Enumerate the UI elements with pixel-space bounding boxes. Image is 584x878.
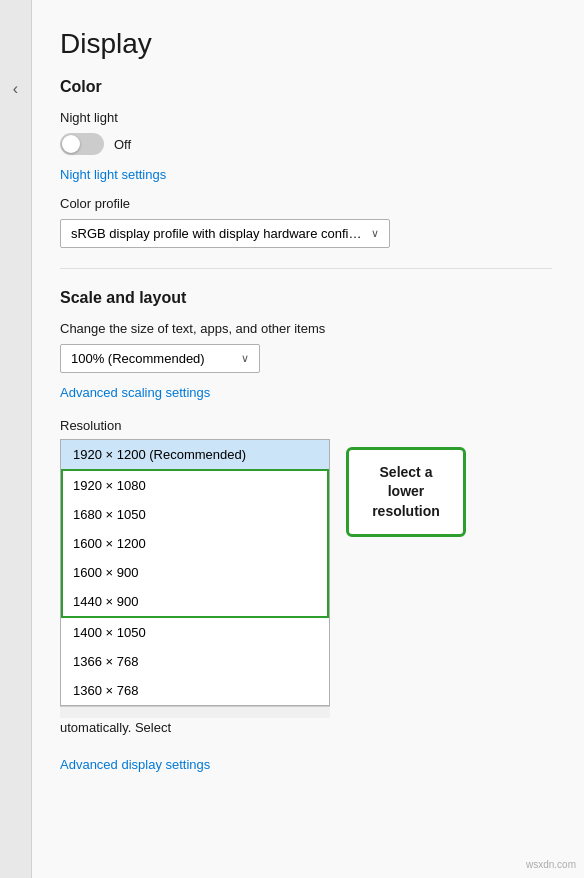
resolution-item-1366x768[interactable]: 1366 × 768 <box>61 647 329 676</box>
resolution-list-wrapper: 1920 × 1200 (Recommended) 1920 × 1080 16… <box>60 439 330 718</box>
resolution-section: Resolution 1920 × 1200 (Recommended) 192… <box>60 418 552 735</box>
bottom-text: utomatically. Select <box>60 720 410 735</box>
resolution-label: Resolution <box>60 418 552 433</box>
watermark: wsxdn.com <box>526 859 576 870</box>
scale-change-label: Change the size of text, apps, and other… <box>60 321 552 336</box>
resolution-item-1920x1080[interactable]: 1920 × 1080 <box>63 471 327 500</box>
toggle-knob <box>62 135 80 153</box>
scale-dropdown[interactable]: 100% (Recommended) ∨ <box>60 344 260 373</box>
resolution-item-1360x768[interactable]: 1360 × 768 <box>61 676 329 705</box>
resolution-item-1600x900[interactable]: 1600 × 900 <box>63 558 327 587</box>
night-light-settings-link[interactable]: Night light settings <box>60 167 166 182</box>
night-light-toggle[interactable] <box>60 133 104 155</box>
color-profile-dropdown[interactable]: sRGB display profile with display hardwa… <box>60 219 390 248</box>
sidebar: ‹ <box>0 0 32 878</box>
scale-value: 100% (Recommended) <box>71 351 233 366</box>
section-divider <box>60 268 552 269</box>
resolution-item-1600x1200[interactable]: 1600 × 1200 <box>63 529 327 558</box>
scale-arrow: ∨ <box>241 352 249 365</box>
resolution-list: 1920 × 1200 (Recommended) 1920 × 1080 16… <box>60 439 330 706</box>
color-profile-arrow: ∨ <box>371 227 379 240</box>
main-content: Display Color Night light Off Night ligh… <box>32 0 584 878</box>
sidebar-back-arrow[interactable]: ‹ <box>13 80 18 98</box>
resolution-callout: Select a lower resolution <box>346 447 466 537</box>
advanced-display-link[interactable]: Advanced display settings <box>60 757 210 772</box>
resolution-scrollbar[interactable] <box>60 706 330 718</box>
callout-text: Select a lower resolution <box>361 463 451 522</box>
color-profile-value: sRGB display profile with display hardwa… <box>71 226 363 241</box>
advanced-scaling-link[interactable]: Advanced scaling settings <box>60 385 210 400</box>
scale-section-title: Scale and layout <box>60 289 552 307</box>
night-light-state: Off <box>114 137 131 152</box>
color-section-title: Color <box>60 78 552 96</box>
resolution-highlight-group: 1920 × 1080 1680 × 1050 1600 × 1200 1600… <box>61 469 329 618</box>
color-profile-label: Color profile <box>60 196 552 211</box>
page-title: Display <box>60 28 552 60</box>
resolution-item-1400x1050[interactable]: 1400 × 1050 <box>61 618 329 647</box>
resolution-item-1680x1050[interactable]: 1680 × 1050 <box>63 500 327 529</box>
resolution-dropdown-container: 1920 × 1200 (Recommended) 1920 × 1080 16… <box>60 439 552 718</box>
night-light-label: Night light <box>60 110 552 125</box>
resolution-item-recommended[interactable]: 1920 × 1200 (Recommended) <box>61 440 329 469</box>
resolution-item-1440x900[interactable]: 1440 × 900 <box>63 587 327 616</box>
